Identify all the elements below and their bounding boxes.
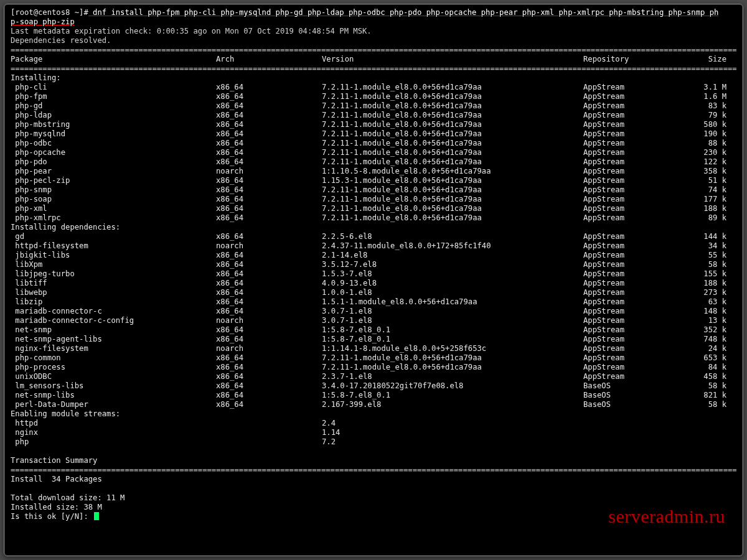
table-row: php-commonx86_647.2.11-1.module_el8.0.0+… <box>11 353 736 363</box>
table-row: libzipx86_641.5.1-1.module_el8.0.0+56+d1… <box>11 297 736 307</box>
terminal-window[interactable]: [root@centos8 ~]# dnf install php-fpm ph… <box>4 4 743 556</box>
table-row: unixODBCx86_642.3.7-1.el8AppStream458 k <box>11 372 736 381</box>
table-row: gdx86_642.2.5-6.el8AppStream144 k <box>11 232 736 241</box>
col-size: Size <box>686 55 726 64</box>
table-row: php-opcachex86_647.2.11-1.module_el8.0.0… <box>11 148 736 157</box>
total-download: Total download size: 11 M <box>11 493 736 503</box>
table-row: php-xmlrpcx86_647.2.11-1.module_el8.0.0+… <box>11 213 736 223</box>
installing-list: php-clix86_647.2.11-1.module_el8.0.0+56+… <box>11 83 736 223</box>
table-row: net-snmpx86_641:5.8-7.el8_0.1AppStream35… <box>11 325 736 335</box>
confirm-text: Is this ok [y/N]: <box>11 512 93 521</box>
table-row: php-odbcx86_647.2.11-1.module_el8.0.0+56… <box>11 139 736 148</box>
table-row: php-clix86_647.2.11-1.module_el8.0.0+56+… <box>11 83 736 92</box>
table-row: php-mbstringx86_647.2.11-1.module_el8.0.… <box>11 120 736 129</box>
table-row: libwebpx86_641.0.0-1.el8AppStream273 k <box>11 288 736 297</box>
table-row: perl-Data-Dumperx86_642.167-399.el8BaseO… <box>11 400 736 409</box>
table-row: httpd-filesystemnoarch2.4.37-11.module_e… <box>11 241 736 251</box>
table-row: php-pearnoarch1:1.10.5-8.module_el8.0.0+… <box>11 167 736 176</box>
rule-hdr: ========================================… <box>11 64 736 73</box>
table-row: php-snmpx86_647.2.11-1.module_el8.0.0+56… <box>11 185 736 195</box>
cursor-icon <box>94 512 99 520</box>
table-row: php-mysqlndx86_647.2.11-1.module_el8.0.0… <box>11 129 736 139</box>
table-row: php-processx86_647.2.11-1.module_el8.0.0… <box>11 363 736 372</box>
section-enabling: Enabling module streams: <box>11 409 736 419</box>
column-headers: PackageArchVersionRepositorySize <box>11 55 736 64</box>
table-row: net-snmp-agent-libsx86_641:5.8-7.el8_0.1… <box>11 335 736 344</box>
deps-list: gdx86_642.2.5-6.el8AppStream144 k httpd-… <box>11 232 736 409</box>
prompt-userhost: [root@centos8 ~]# <box>11 8 88 17</box>
command-text-1: dnf install php-fpm php-cli php-mysqlnd … <box>88 8 719 17</box>
command-text-2: p-soap php-zip <box>11 17 75 26</box>
table-row: php7.2 <box>11 437 736 447</box>
table-row: nginx1.14 <box>11 428 736 437</box>
col-repo: Repository <box>583 55 686 64</box>
table-row: php-ldapx86_647.2.11-1.module_el8.0.0+56… <box>11 111 736 120</box>
table-row: mariadb-connector-c-confignoarch3.0.7-1.… <box>11 316 736 325</box>
table-row: mariadb-connector-cx86_643.0.7-1.el8AppS… <box>11 307 736 316</box>
col-version: Version <box>322 55 583 64</box>
table-row: php-soapx86_647.2.11-1.module_el8.0.0+56… <box>11 195 736 204</box>
table-row: nginx-filesystemnoarch1:1.14.1-8.module_… <box>11 344 736 353</box>
streams-list: httpd2.4 nginx1.14 php7.2 <box>11 419 736 447</box>
table-row: httpd2.4 <box>11 419 736 428</box>
table-row: lm_sensors-libsx86_643.4.0-17.20180522gi… <box>11 381 736 391</box>
section-installing: Installing: <box>11 73 736 83</box>
rule-tx: ========================================… <box>11 465 736 475</box>
deps-resolved: Dependencies resolved. <box>11 36 736 45</box>
table-row: php-gdx86_647.2.11-1.module_el8.0.0+56+d… <box>11 101 736 111</box>
blank-2 <box>11 484 736 493</box>
table-row: php-fpmx86_647.2.11-1.module_el8.0.0+56+… <box>11 92 736 101</box>
table-row: php-pdox86_647.2.11-1.module_el8.0.0+56+… <box>11 157 736 167</box>
confirm-prompt[interactable]: Is this ok [y/N]: <box>11 512 736 521</box>
installed-size: Installed size: 38 M <box>11 503 736 512</box>
tx-summary-label: Transaction Summary <box>11 456 736 465</box>
prompt-wrap-line: p-soap php-zip <box>11 17 736 27</box>
install-count: Install 34 Packages <box>11 475 736 484</box>
rule-top: ========================================… <box>11 45 736 55</box>
table-row: libjpeg-turbox86_641.5.3-7.el8AppStream1… <box>11 269 736 279</box>
blank-1 <box>11 447 736 456</box>
col-arch: Arch <box>216 55 322 64</box>
table-row: libXpmx86_643.5.12-7.el8AppStream58 k <box>11 260 736 269</box>
col-package: Package <box>11 55 216 64</box>
table-row: libtiffx86_644.0.9-13.el8AppStream188 k <box>11 279 736 288</box>
table-row: php-pecl-zipx86_641.15.3-1.module_el8.0.… <box>11 176 736 185</box>
table-row: php-xmlx86_647.2.11-1.module_el8.0.0+56+… <box>11 204 736 213</box>
section-installing-deps: Installing dependencies: <box>11 223 736 232</box>
table-row: jbigkit-libsx86_642.1-14.el8AppStream55 … <box>11 251 736 260</box>
metadata-check: Last metadata expiration check: 0:00:35 … <box>11 27 736 36</box>
prompt-line: [root@centos8 ~]# dnf install php-fpm ph… <box>11 8 736 17</box>
table-row: net-snmp-libsx86_641:5.8-7.el8_0.1BaseOS… <box>11 391 736 400</box>
